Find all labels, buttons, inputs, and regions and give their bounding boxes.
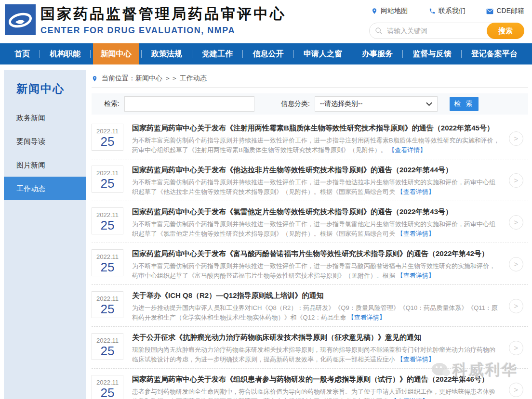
nav-item[interactable]: 首页 xyxy=(7,43,38,64)
nav-item-label: 办事服务 xyxy=(362,50,393,58)
news-title[interactable]: 关于举办《ICH Q8（R2）—Q12指导原则线上培训》的通知 xyxy=(132,290,501,301)
news-summary: 为不断丰富完善仿制药个药指导原则并持续推进一致性评价工作，进一步指导氯雷他定片生… xyxy=(132,219,501,239)
news-date-box: 2022.11 25 xyxy=(92,333,123,360)
nav-item[interactable]: 新闻中心 xyxy=(93,43,139,64)
nav-item[interactable]: 党建工作 xyxy=(194,43,240,64)
news-title[interactable]: 关于公开征求《抗肿瘤光动力治疗药物临床研发技术指导原则（征求意见稿）》意见的通知 xyxy=(132,332,501,343)
news-list: 2022.11 25 国家药监局药审中心关于发布《注射用两性霉素B脂质体生物等效… xyxy=(92,117,528,399)
view-details-link[interactable]: 【查看详情】 xyxy=(397,272,435,279)
chevron-right-circle-icon[interactable]: > xyxy=(509,341,523,355)
news-date-day: 25 xyxy=(92,219,123,232)
news-date-box: 2022.11 25 xyxy=(92,166,123,193)
contact-us-link[interactable]: 联系我们 xyxy=(429,7,466,15)
nav-separator xyxy=(40,50,40,58)
keyword-input[interactable] xyxy=(124,96,254,112)
news-summary-text: 患者参与到药物研发的全生命周期中，符合以临床价值为导向的药物研发宗旨。为了便于申… xyxy=(132,388,495,399)
news-date-month: 2022.11 xyxy=(92,337,123,344)
nav-separator xyxy=(192,50,192,58)
nav-item-label: 党建工作 xyxy=(202,50,233,58)
filter-search-button[interactable]: 检 索 xyxy=(450,97,479,111)
search-button[interactable]: 搜索 xyxy=(487,23,524,39)
location-pin-icon xyxy=(371,8,378,14)
news-summary-text: 为进一步推动提升国内审评人员和工业界对ICH《Q8（R2）：药品研发》《Q9：质… xyxy=(132,304,498,321)
sitemap-link[interactable]: 网站地图 xyxy=(371,7,408,15)
chevron-right-circle-icon[interactable]: > xyxy=(509,257,523,271)
view-details-link[interactable]: 【查看详情】 xyxy=(388,146,426,154)
view-details-link[interactable]: 【查看详情】 xyxy=(397,230,435,237)
chevron-right-circle-icon[interactable]: > xyxy=(509,131,523,146)
quick-links: 网站地图 联系我们 CDE邮箱 xyxy=(371,7,524,15)
nav-item[interactable]: 登记备案平台 xyxy=(464,43,525,64)
news-date-day: 25 xyxy=(92,303,123,315)
news-title[interactable]: 国家药监局药审中心关于发布《注射用两性霉素B脂质体生物等效性研究技术指导原则》的… xyxy=(132,123,501,133)
news-body: 关于举办《ICH Q8（R2）—Q12指导原则线上培训》的通知 为进一步推动提升… xyxy=(132,289,501,322)
cde-mail-link[interactable]: CDE邮箱 xyxy=(486,7,524,15)
news-body: 国家药监局药审中心关于发布《他达拉非片生物等效性研究技术指导原则》的通告（202… xyxy=(132,164,501,197)
nav-separator xyxy=(141,50,142,58)
news-date-month: 2022.11 xyxy=(92,211,123,219)
news-title[interactable]: 国家药监局药审中心关于发布《氯雷他定片生物等效性研究技术指导原则》的通告（202… xyxy=(132,206,501,217)
nav-separator xyxy=(293,50,294,58)
keyword-label: 检索: xyxy=(104,100,120,108)
news-list-item[interactable]: 2022.11 25 国家药监局药审中心关于发布《注射用两性霉素B脂质体生物等效… xyxy=(92,117,528,159)
header-search: 搜索 xyxy=(369,23,524,39)
nav-item[interactable]: 信息公开 xyxy=(245,43,292,64)
sidebar-item[interactable]: 要闻导读 xyxy=(4,129,86,153)
nav-item[interactable]: 办事服务 xyxy=(354,43,400,64)
nav-item-label: 政策法规 xyxy=(151,50,182,58)
news-date-day: 25 xyxy=(92,261,123,273)
sidebar-item-label: 要闻导读 xyxy=(16,137,45,145)
news-list-item[interactable]: 2022.11 25 关于举办《ICH Q8（R2）—Q12指导原则线上培训》的… xyxy=(92,285,528,327)
news-list-item[interactable]: 2022.11 25 关于公开征求《抗肿瘤光动力治疗药物临床研发技术指导原则（征… xyxy=(92,327,528,369)
sidebar-item[interactable]: 政务新闻 xyxy=(4,106,86,129)
news-summary-text: 为不断丰富完善仿制药个药指导原则并持续推进一致性评价工作，进一步指导富马酸丙酚替… xyxy=(132,262,495,279)
nav-separator xyxy=(402,50,403,58)
sidebar-menu: 政务新闻 要闻导读 图片新闻 工作动态 xyxy=(4,106,86,200)
site-title: 国家药品监督管理局药品审评中心 xyxy=(40,5,286,23)
sidebar-item[interactable]: 工作动态 xyxy=(4,177,86,200)
news-summary: 现阶段国内尚无抗肿瘤光动力治疗药物临床研发相关技术指导原则，现有的指导原则尚不能… xyxy=(132,345,501,364)
chevron-right-circle-icon[interactable]: > xyxy=(509,299,523,313)
news-title[interactable]: 国家药监局药审中心关于发布《组织患者参与药物研发的一般考虑指导原则（试行）》的通… xyxy=(132,374,501,385)
phone-icon xyxy=(429,8,436,14)
news-list-item[interactable]: 2022.11 25 国家药监局药审中心关于发布《氯雷他定片生物等效性研究技术指… xyxy=(92,201,528,243)
main-nav: 首页 机构职能 新闻中心 政策法规 党建工作 信息公开 申请人之窗 办事服务 监… xyxy=(0,43,532,64)
nav-item[interactable]: 机构职能 xyxy=(42,43,88,64)
news-date-day: 25 xyxy=(92,177,123,190)
news-title[interactable]: 国家药监局药审中心关于发布《富马酸丙酚替诺福韦片生物等效性研究技术指导原则》的通… xyxy=(132,248,501,259)
sidebar-item-label: 工作动态 xyxy=(16,184,45,193)
news-body: 国家药监局药审中心关于发布《氯雷他定片生物等效性研究技术指导原则》的通告（202… xyxy=(132,206,501,239)
news-date-month: 2022.11 xyxy=(92,128,123,135)
nav-item[interactable]: 监督与反馈 xyxy=(405,43,459,64)
news-list-item[interactable]: 2022.11 25 国家药监局药审中心关于发布《他达拉非片生物等效性研究技术指… xyxy=(92,159,528,201)
news-title[interactable]: 国家药监局药审中心关于发布《他达拉非片生物等效性研究技术指导原则》的通告（202… xyxy=(132,165,501,175)
nav-item-label: 登记备案平台 xyxy=(471,50,518,58)
view-details-link[interactable]: 【查看详情】 xyxy=(397,356,435,363)
news-summary-text: 现阶段国内尚无抗肿瘤光动力治疗药物临床研发相关技术指导原则，现有的指导原则尚不能… xyxy=(132,346,495,363)
nav-item[interactable]: 申请人之窗 xyxy=(296,43,350,64)
news-date-month: 2022.11 xyxy=(92,253,123,260)
chevron-down-icon xyxy=(426,102,432,106)
news-date-day: 25 xyxy=(92,386,123,399)
filter-bar: 检索: 信息分类: --请选择类别-- 检 索 xyxy=(92,93,528,115)
chevron-right-circle-icon[interactable]: > xyxy=(509,383,523,397)
chevron-right-circle-icon[interactable]: > xyxy=(509,173,523,188)
category-select[interactable]: --请选择类别-- xyxy=(315,96,438,112)
mail-icon xyxy=(486,8,493,14)
nav-item-label: 新闻中心 xyxy=(101,50,132,58)
view-details-link[interactable]: 【查看详情】 xyxy=(348,314,386,321)
news-list-item[interactable]: 2022.11 25 国家药监局药审中心关于发布《富马酸丙酚替诺福韦片生物等效性… xyxy=(92,243,528,285)
news-summary: 为不断丰富完善仿制药个药指导原则并持续推进一致性评价工作，进一步指导他达拉非片生… xyxy=(132,178,501,197)
news-summary: 患者参与到药物研发的全生命周期中，符合以临床价值为导向的药物研发宗旨。为了便于申… xyxy=(132,387,501,399)
nav-separator xyxy=(461,50,462,58)
sidebar-item[interactable]: 图片新闻 xyxy=(4,153,86,177)
chevron-right-circle-icon[interactable]: > xyxy=(509,215,523,230)
news-summary: 为进一步推动提升国内审评人员和工业界对ICH《Q8（R2）：药品研发》《Q9：质… xyxy=(132,303,501,322)
news-list-item[interactable]: 2022.11 25 国家药监局药审中心关于发布《组织患者参与药物研发的一般考虑… xyxy=(92,369,528,399)
nav-item[interactable]: 政策法规 xyxy=(144,43,190,64)
nav-item-label: 信息公开 xyxy=(253,50,284,58)
news-body: 国家药监局药审中心关于发布《注射用两性霉素B脂质体生物等效性研究技术指导原则》的… xyxy=(132,122,501,155)
view-details-link[interactable]: 【查看详情】 xyxy=(397,188,435,195)
news-date-day: 25 xyxy=(92,135,123,148)
sidebar-item-label: 图片新闻 xyxy=(16,161,45,169)
